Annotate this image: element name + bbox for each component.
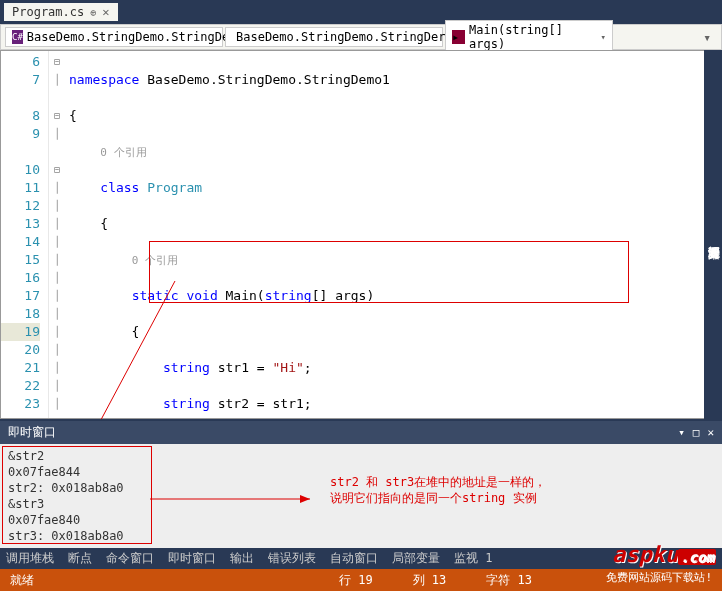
- tab-command[interactable]: 命令窗口: [106, 550, 154, 567]
- scope-dropdown[interactable]: C# BaseDemo.StringDemo.StringDer ▾: [5, 27, 223, 47]
- code-area[interactable]: namespace BaseDemo.StringDemo.StringDemo…: [65, 51, 721, 418]
- split-icon[interactable]: ▾: [697, 30, 717, 45]
- close-icon[interactable]: ✕: [707, 426, 714, 439]
- close-icon[interactable]: ✕: [102, 5, 109, 19]
- navigation-bar: C# BaseDemo.StringDemo.StringDer ▾ BaseD…: [0, 24, 722, 50]
- immediate-window-title[interactable]: 即时窗口 ▾ □ ✕: [0, 421, 722, 444]
- status-char: 字符 13: [486, 572, 532, 589]
- immediate-line: &str2: [8, 448, 714, 464]
- csharp-icon: C#: [12, 30, 23, 44]
- scope-label: BaseDemo.StringDemo.StringDer: [27, 30, 237, 44]
- immediate-line: str3: 0x018ab8a0: [8, 528, 714, 544]
- watermark-logo: aspku.com: [612, 542, 716, 567]
- solution-explorer-tab[interactable]: 解决方案资源管理器: [704, 50, 722, 419]
- tab-watch[interactable]: 监视 1: [454, 550, 492, 567]
- tab-bar: Program.cs ⊕ ✕: [0, 0, 722, 24]
- fold-column[interactable]: ⊟│⊟│⊟│││││││││││││: [49, 51, 65, 418]
- method-dropdown[interactable]: ▸ Main(string[] args) ▾: [445, 20, 613, 54]
- tab-locals[interactable]: 局部变量: [392, 550, 440, 567]
- status-col: 列 13: [413, 572, 447, 589]
- immediate-body[interactable]: &str2 0x07fae844 str2: 0x018ab8a0 &str3 …: [0, 444, 722, 548]
- chevron-down-icon: ▾: [601, 32, 606, 42]
- status-ready: 就绪: [10, 572, 34, 589]
- immediate-window: 即时窗口 ▾ □ ✕ &str2 0x07fae844 str2: 0x018a…: [0, 419, 722, 548]
- tab-breakpoints[interactable]: 断点: [68, 550, 92, 567]
- tab-immediate[interactable]: 即时窗口: [168, 550, 216, 567]
- pin-icon[interactable]: ⊕: [90, 7, 96, 18]
- class-dropdown[interactable]: BaseDemo.StringDemo.StringDer ▾: [225, 27, 443, 47]
- class-label: BaseDemo.StringDemo.StringDer: [236, 30, 446, 44]
- watermark-sub: 免费网站源码下载站!: [606, 570, 712, 585]
- file-tab-program[interactable]: Program.cs ⊕ ✕: [4, 3, 118, 21]
- tab-errors[interactable]: 错误列表: [268, 550, 316, 567]
- window-menu-icon[interactable]: ▾: [678, 426, 685, 439]
- code-editor[interactable]: 67891011121314151617181920212223 ⊟│⊟│⊟││…: [0, 50, 722, 419]
- pin-icon[interactable]: □: [693, 426, 700, 439]
- file-tab-label: Program.cs: [12, 5, 84, 19]
- method-label: Main(string[] args): [469, 23, 597, 51]
- line-gutter: 67891011121314151617181920212223: [1, 51, 49, 418]
- immediate-line: 0x07fae840: [8, 512, 714, 528]
- annotation-text: str2 和 str3在堆中的地址是一样的， 说明它们指向的是同一个string…: [330, 474, 546, 506]
- status-line: 行 19: [339, 572, 373, 589]
- tab-callstack[interactable]: 调用堆栈: [6, 550, 54, 567]
- method-icon: ▸: [452, 30, 465, 44]
- tab-autos[interactable]: 自动窗口: [330, 550, 378, 567]
- tab-output[interactable]: 输出: [230, 550, 254, 567]
